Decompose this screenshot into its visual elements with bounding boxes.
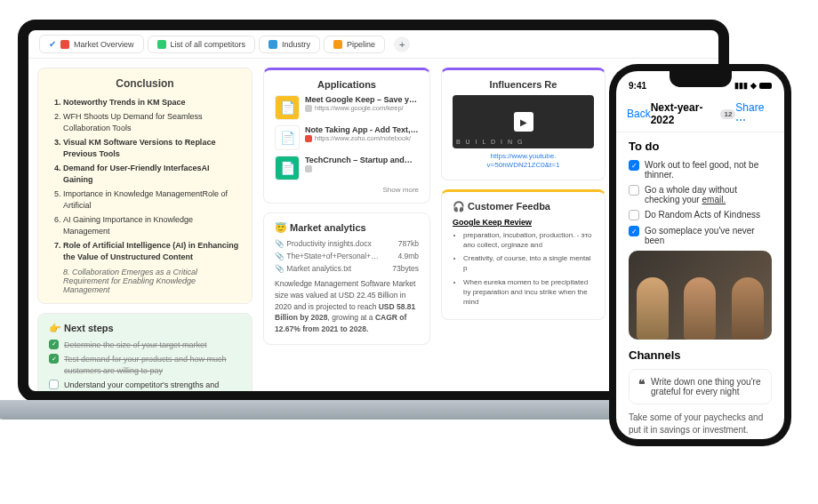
phone-content: To do ✓Work out to feel good, not be thi… <box>616 132 784 439</box>
todo-label: Do Random Acts of Kindness <box>645 210 760 220</box>
tab-label: Market Overview <box>74 40 134 49</box>
feedback-item: When eureka momen to be precipitated by … <box>463 277 594 308</box>
conclusion-item: Noteworthy Trends in KM Space <box>63 97 241 109</box>
applications-card: Applications 📄Meet Google Keep – Save yo… <box>263 68 430 204</box>
show-more-link[interactable]: Show more <box>275 186 419 194</box>
play-icon: ▶ <box>514 112 533 132</box>
next-step-item[interactable]: ✓Determine the size of your target marke… <box>49 340 241 351</box>
battery-icon <box>759 83 772 89</box>
conclusion-remark: 8. Collaboration Emerges as a Critical R… <box>49 268 241 294</box>
todo-checkbox[interactable] <box>629 185 639 196</box>
todo-checkbox[interactable] <box>629 210 639 220</box>
app-icon: 📄 <box>275 95 300 120</box>
app-item[interactable]: 📄Meet Google Keep – Save you…https://www… <box>275 95 419 120</box>
todo-title: To do <box>629 140 772 153</box>
checkbox[interactable]: ✓ <box>49 354 59 364</box>
next-step-item[interactable]: ✓Test demand for your products and how m… <box>49 354 241 376</box>
app-item[interactable]: 📄TechCrunch – Startup and… <box>275 156 419 180</box>
count-badge: 12 <box>720 109 735 119</box>
feedback-card: 🎧 Customer Feedba Google Keep Review pre… <box>441 189 605 320</box>
conclusion-item: AI Gaining Importance in Knowledge Manag… <box>63 214 241 238</box>
tab-market-overview[interactable]: ✔ Market Overview <box>39 35 144 53</box>
tab-bar: ✔ Market Overview List of all competitor… <box>28 30 718 59</box>
todo-item[interactable]: ✓Go someplace you've never been <box>629 226 772 245</box>
quote-icon: ❝ <box>638 377 646 396</box>
next-steps-card: 👉 Next steps ✓Determine the size of your… <box>37 313 253 403</box>
next-step-label: Determine the size of your target market <box>64 340 207 351</box>
market-analytics-card: 😇 Market analytics 📎 Productivity insigh… <box>263 212 430 345</box>
tab-label: Industry <box>282 40 310 49</box>
tab-label: Pipeline <box>347 40 375 49</box>
video-thumbnail[interactable]: B U I L D I N G ▶ <box>453 95 594 148</box>
next-step-label: Test demand for your products and how mu… <box>64 354 241 376</box>
tab-pipeline[interactable]: Pipeline <box>324 36 385 53</box>
status-time: 9:41 <box>629 81 646 91</box>
phone-notch <box>670 71 732 87</box>
next-step-item[interactable]: Understand your competitor's strengths a… <box>49 380 241 402</box>
app-item[interactable]: 📄Note Taking App - Add Text,…https://www… <box>275 125 419 150</box>
conclusion-title: Conclusion <box>49 77 241 90</box>
feedback-title: 🎧 Customer Feedba <box>453 201 594 212</box>
tab-label: List of all competitors <box>171 40 246 49</box>
todo-item[interactable]: Do Random Acts of Kindness <box>629 210 772 220</box>
todo-label: Go a whole day without checking your ema… <box>645 185 772 204</box>
tab-icon <box>333 40 342 49</box>
file-row[interactable]: 📎 Market analytics.txt73bytes <box>275 264 419 273</box>
phone-page-title: Next-year-2022 12 <box>651 101 736 126</box>
todo-label: Go someplace you've never been <box>645 226 772 245</box>
phone-nav: Back Next-year-2022 12 Share ⋯ <box>616 96 784 132</box>
video-link[interactable]: https://www.youtube.v=50hWDN21ZC0&t=1 <box>453 152 594 171</box>
status-signals: ▮▮▮ ◆ <box>734 81 772 90</box>
conclusion-item: Demand for User-Friendly InterfacesAI Ga… <box>63 163 241 187</box>
tab-competitors[interactable]: List of all competitors <box>148 36 256 53</box>
analytics-prose: Knowledge Management Software Market siz… <box>275 278 419 335</box>
phone-screen: 9:41 ▮▮▮ ◆ Back Next-year-2022 12 Share … <box>616 71 784 439</box>
influencers-card: Influencers Re B U I L D I N G ▶ https:/… <box>441 68 605 180</box>
file-size: 4.9mb <box>397 252 419 260</box>
quote-box: ❝ Write down one thing you're grateful f… <box>629 369 772 404</box>
applications-title: Applications <box>275 79 419 90</box>
app-title: Meet Google Keep – Save you… <box>305 95 421 104</box>
conclusion-item: Visual KM Software Versions to Replace P… <box>63 137 241 161</box>
checkbox[interactable]: ✓ <box>49 340 59 349</box>
feedback-item: Creativity, of course, into a single men… <box>463 253 594 273</box>
tab-icon <box>157 40 166 49</box>
conclusion-list: Noteworthy Trends in KM SpaceWFH Shoots … <box>49 97 241 264</box>
review-link[interactable]: Google Keep Review <box>453 218 594 227</box>
file-size: 787kb <box>398 239 419 248</box>
file-name: 📎 Productivity insights.docx <box>275 239 372 248</box>
todo-item[interactable]: Go a whole day without checking your ema… <box>629 185 772 204</box>
conclusion-item: Importance in Knowledge ManagementRole o… <box>63 188 241 212</box>
tab-industry[interactable]: Industry <box>259 36 320 53</box>
todo-checkbox[interactable]: ✓ <box>629 160 639 171</box>
checkbox[interactable] <box>49 380 59 389</box>
tab-icon <box>60 40 69 49</box>
phone-mockup: 9:41 ▮▮▮ ◆ Back Next-year-2022 12 Share … <box>609 64 791 446</box>
app-subtitle: https://www.zoho.com/notebook/ <box>305 134 419 142</box>
app-subtitle: https://www.google.com/keep/ <box>305 104 421 112</box>
todo-checkbox[interactable]: ✓ <box>629 226 639 236</box>
quote-text: Write down one thing you're grateful for… <box>651 377 762 396</box>
app-icon: 📄 <box>275 156 300 180</box>
file-row[interactable]: 📎 Productivity insights.docx787kb <box>275 239 419 248</box>
app-title: TechCrunch – Startup and… <box>305 156 413 164</box>
app-title: Note Taking App - Add Text,… <box>305 125 419 134</box>
more-icon: ⋯ <box>735 114 746 126</box>
tab-icon <box>269 40 277 49</box>
file-name: 📎 The+State+of+Personal+Knowledge+Ma… <box>275 252 381 260</box>
signal-icon: ▮▮▮ <box>734 81 748 90</box>
next-steps-title: 👉 Next steps <box>49 323 241 334</box>
video-text: B U I L D I N G <box>456 139 524 145</box>
conclusion-item: Role of Artificial Intelligence (AI) in … <box>63 240 241 264</box>
channels-title: Channels <box>629 348 772 362</box>
file-row[interactable]: 📎 The+State+of+Personal+Knowledge+Ma…4.9… <box>275 252 419 260</box>
add-tab-button[interactable]: + <box>394 36 410 52</box>
feedback-item: preparation, incubation, production. - э… <box>463 230 594 250</box>
share-button[interactable]: Share ⋯ <box>735 101 774 126</box>
todo-item[interactable]: ✓Work out to feel good, not be thinner. <box>629 160 772 180</box>
savings-text: Take some of your paychecks and put it i… <box>629 412 772 436</box>
next-step-label: Understand your competitor's strengths a… <box>64 380 241 402</box>
back-button[interactable]: Back <box>627 108 651 120</box>
check-icon: ✔ <box>49 39 56 49</box>
todo-label: Work out to feel good, not be thinner. <box>645 160 772 180</box>
